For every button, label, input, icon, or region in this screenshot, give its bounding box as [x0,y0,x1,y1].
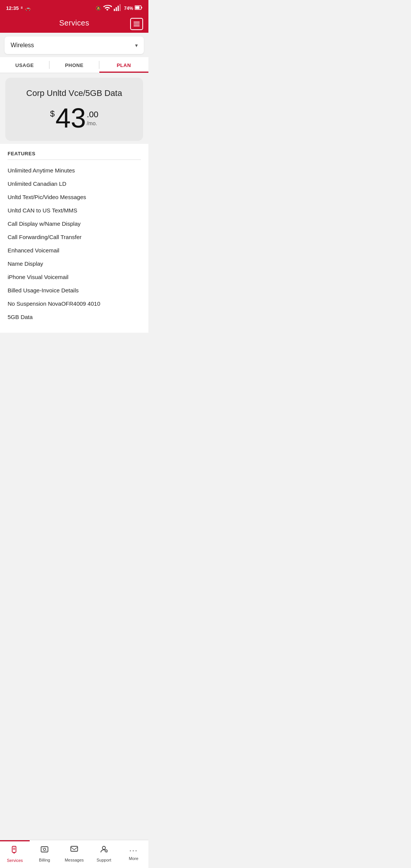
plan-name: Corp Unltd Vce/5GB Data [13,88,135,98]
chevron-down-icon: ▾ [135,42,138,48]
feature-item: Name Display [8,257,141,270]
menu-icon [134,22,140,26]
tabs-bar: USAGE PHONE PLAN [0,57,148,73]
price-dollar: $ [50,109,55,119]
plan-card: Corp Unltd Vce/5GB Data $ 43 .00 /mo. [5,78,143,141]
status-bar: 12:35 ⠿ 🚗 🔕 74% [0,0,148,15]
feature-item: No Suspension NovaOFR4009 4010 [8,297,141,310]
feature-item: Enhanced Voicemail [8,244,141,257]
tab-usage[interactable]: USAGE [0,57,49,73]
header: Services [0,15,148,33]
feature-item: Unlimited Anytime Minutes [8,164,141,177]
wifi-icon [103,3,112,13]
features-section: FEATURES Unlimited Anytime MinutesUnlimi… [0,144,148,333]
car-icon: 🚗 [25,5,31,11]
svg-rect-3 [119,4,121,11]
svg-rect-6 [142,7,142,8]
feature-item: Call Forwarding/Call Transfer [8,230,141,244]
wireless-label: Wireless [11,42,34,49]
svg-rect-5 [135,6,140,9]
battery-text: 74% [124,6,133,11]
plan-price: $ 43 .00 /mo. [13,104,135,132]
header-title: Services [59,19,89,27]
status-left: 12:35 ⠿ 🚗 [6,5,31,11]
battery-icon [135,5,142,11]
svg-rect-0 [114,9,115,11]
feature-item: Call Display w/Name Display [8,217,141,230]
wireless-selector[interactable]: Wireless ▾ [5,37,144,54]
features-title: FEATURES [8,151,141,160]
time: 12:35 [6,5,19,11]
signal-icon [113,3,123,13]
price-period: /mo. [87,120,97,126]
mute-icon: 🔕 [96,6,101,11]
feature-item: Unlimited Canadian LD [8,177,141,190]
feature-item: Unltd Text/Pic/Video Messages [8,190,141,204]
price-main: 43 [56,104,86,132]
features-list: Unlimited Anytime MinutesUnlimited Canad… [8,164,141,324]
price-right: .00 /mo. [87,110,99,126]
tab-plan[interactable]: PLAN [99,57,148,73]
feature-item: 5GB Data [8,310,141,324]
svg-rect-1 [116,7,117,11]
tab-phone[interactable]: PHONE [49,57,99,73]
feature-item: iPhone Visual Voicemail [8,270,141,284]
svg-rect-2 [118,6,119,11]
menu-button[interactable] [130,18,143,30]
price-cents: .00 [87,110,99,120]
dot-icon: ⠿ [21,6,23,10]
feature-item: Billed Usage-Invoice Details [8,284,141,297]
feature-item: Unltd CAN to US Text/MMS [8,204,141,217]
status-right: 🔕 74% [96,3,142,13]
